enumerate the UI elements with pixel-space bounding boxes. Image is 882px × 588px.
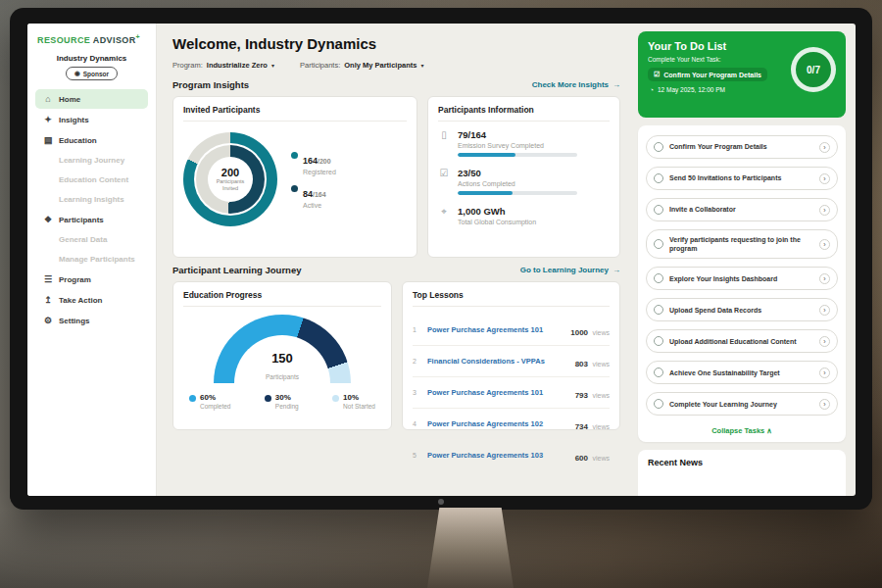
sidebar-item[interactable]: ⚙ Settings bbox=[35, 311, 148, 330]
sidebar-item[interactable]: General Data bbox=[35, 230, 148, 249]
todo-task[interactable]: Explore Your Insights Dashboard › bbox=[646, 267, 838, 290]
sidebar-item[interactable]: ⌂ Home bbox=[35, 89, 148, 109]
card-title: Top Lessons bbox=[413, 290, 610, 307]
lesson-views: 803 views bbox=[575, 353, 610, 370]
task-checkbox[interactable] bbox=[654, 368, 663, 377]
todo-progress-value: 0/7 bbox=[807, 65, 820, 75]
todo-task[interactable]: Achieve One Sustainability Target › bbox=[646, 361, 838, 384]
todo-task[interactable]: Upload Spend Data Records › bbox=[646, 298, 838, 321]
task-label: Send 50 Invitations to Participants bbox=[669, 173, 813, 182]
filter-dropdown[interactable]: Program: Industrialize Zero ▾ bbox=[172, 61, 274, 70]
sidebar-item[interactable]: ☰ Program bbox=[35, 270, 148, 289]
collapse-tasks-link[interactable]: Collapse Tasks ∧ bbox=[646, 423, 838, 437]
invited-participants-card: Invited Participants 200 Participants In… bbox=[172, 96, 417, 258]
lesson-link[interactable]: Power Purchase Agreements 101 bbox=[427, 325, 564, 334]
education-icon: ▤ bbox=[43, 135, 53, 145]
sidebar-item[interactable]: Learning Journey bbox=[35, 151, 148, 170]
task-label: Confirm Your Program Details bbox=[669, 142, 813, 151]
sidebar-item-label: Learning Journey bbox=[59, 156, 124, 165]
task-checkbox[interactable] bbox=[654, 205, 663, 215]
todo-task[interactable]: Invite a Collaborator › bbox=[646, 198, 838, 221]
sidebar-item[interactable]: Education Content bbox=[35, 171, 148, 189]
lesson-link[interactable]: Power Purchase Agreements 102 bbox=[427, 419, 569, 428]
chevron-right-icon[interactable]: › bbox=[819, 239, 830, 250]
task-checkbox[interactable] bbox=[654, 239, 663, 249]
check-more-insights-link[interactable]: Check More Insights → bbox=[532, 80, 620, 89]
todo-task[interactable]: Confirm Your Program Details › bbox=[646, 135, 838, 159]
todo-task[interactable]: Verify participants requesting to join t… bbox=[646, 229, 838, 259]
chevron-right-icon[interactable]: › bbox=[819, 399, 830, 410]
legend-dot bbox=[189, 395, 196, 402]
task-checkbox[interactable] bbox=[654, 305, 663, 315]
lesson-link[interactable]: Power Purchase Agreements 103 bbox=[427, 451, 569, 460]
task-checkbox[interactable] bbox=[654, 142, 663, 152]
task-checkbox[interactable] bbox=[654, 273, 663, 283]
next-task-label: Confirm Your Program Details bbox=[663, 72, 761, 78]
card-title: Invited Participants bbox=[183, 105, 407, 122]
task-checkbox[interactable] bbox=[654, 173, 663, 183]
sidebar-item[interactable]: ↥ Take Action bbox=[35, 290, 148, 310]
gauge-center: 150 Participants bbox=[214, 351, 351, 383]
recent-news-title: Recent News bbox=[648, 458, 836, 467]
todo-task[interactable]: Upload Additional Educational Content › bbox=[646, 329, 838, 353]
task-label: Complete Your Learning Journey bbox=[669, 400, 813, 409]
lesson-rank: 1 bbox=[413, 326, 421, 333]
filter-bar: Program: Industrialize Zero ▾ Participan… bbox=[172, 61, 620, 70]
lesson-rank: 4 bbox=[413, 420, 421, 427]
survey-icon: ▯ bbox=[438, 129, 450, 157]
home-icon: ⌂ bbox=[43, 94, 53, 104]
chevron-right-icon[interactable]: › bbox=[819, 336, 830, 347]
app-window: RESOURCE ADVISOR+ Industry Dynamics ◉ Sp… bbox=[27, 24, 856, 496]
chevron-right-icon[interactable]: › bbox=[819, 273, 830, 284]
filter-label: Participants: bbox=[300, 61, 340, 70]
progress-bar-fill bbox=[458, 153, 515, 157]
legend-total: /164 bbox=[313, 191, 326, 198]
legend-percent: 30% bbox=[275, 393, 299, 402]
legend-item: 164/200 Registered bbox=[291, 150, 336, 175]
stat-row: ▯ 79/164 Emission Survey Completed bbox=[438, 129, 610, 157]
legend-dot bbox=[291, 152, 298, 159]
todo-task[interactable]: Complete Your Learning Journey › bbox=[646, 392, 838, 416]
progress-bar bbox=[458, 153, 577, 157]
legend-value: 84 bbox=[303, 189, 313, 199]
todo-tasks-list: Confirm Your Program Details › Send 50 I… bbox=[646, 135, 838, 416]
legend-dot bbox=[265, 395, 271, 402]
sidebar-item[interactable]: Learning Insights bbox=[35, 190, 148, 209]
task-label: Upload Additional Educational Content bbox=[669, 337, 813, 346]
sidebar-item[interactable]: Manage Participants bbox=[35, 250, 148, 269]
participants-icon: ❖ bbox=[43, 215, 53, 224]
lesson-views-count: 734 bbox=[575, 422, 588, 431]
lesson-link[interactable]: Financial Considerations - VPPAs bbox=[427, 357, 569, 366]
welcome-heading: Welcome, Industry Dynamics bbox=[172, 35, 620, 52]
chevron-right-icon[interactable]: › bbox=[819, 173, 830, 184]
program-icon: ☰ bbox=[43, 274, 53, 284]
chevron-right-icon[interactable]: › bbox=[819, 142, 830, 153]
chevron-right-icon[interactable]: › bbox=[819, 205, 830, 216]
card-title: Participants Information bbox=[438, 105, 610, 122]
lesson-views-count: 793 bbox=[575, 391, 588, 400]
sidebar-item-label: Home bbox=[59, 95, 80, 104]
task-checkbox[interactable] bbox=[654, 336, 663, 346]
go-to-learning-journey-link[interactable]: Go to Learning Journey → bbox=[520, 266, 620, 274]
legend-label: Not Started bbox=[343, 403, 375, 410]
donut-legend: 164/200 Registered 84/164 Active bbox=[291, 142, 336, 217]
legend-total: /200 bbox=[318, 158, 331, 165]
sponsor-badge[interactable]: ◉ Sponsor bbox=[66, 67, 118, 80]
sidebar-item[interactable]: ❖ Participants bbox=[35, 210, 148, 229]
link-label: Check More Insights bbox=[532, 80, 609, 89]
chevron-right-icon[interactable]: › bbox=[819, 368, 830, 378]
task-checkbox[interactable] bbox=[654, 399, 663, 409]
next-task[interactable]: ☑ Confirm Your Program Details bbox=[648, 68, 767, 81]
donut-center-value: 200 bbox=[221, 167, 239, 178]
todo-task[interactable]: Send 50 Invitations to Participants › bbox=[646, 167, 838, 190]
sidebar-item-label: Education Content bbox=[59, 175, 128, 184]
sidebar-item[interactable]: ▤ Education bbox=[35, 130, 148, 150]
sidebar-item[interactable]: ✦ Insights bbox=[35, 110, 148, 129]
lesson-link[interactable]: Power Purchase Agreements 101 bbox=[427, 388, 569, 397]
stat-label: Actions Completed bbox=[458, 180, 577, 187]
card-title: Education Progress bbox=[183, 290, 381, 307]
lesson-views: 1000 views bbox=[570, 321, 610, 339]
sponsor-badge-label: Sponsor bbox=[83, 71, 109, 77]
filter-dropdown[interactable]: Participants: Only My Participants ▾ bbox=[300, 61, 423, 70]
chevron-right-icon[interactable]: › bbox=[819, 305, 830, 316]
